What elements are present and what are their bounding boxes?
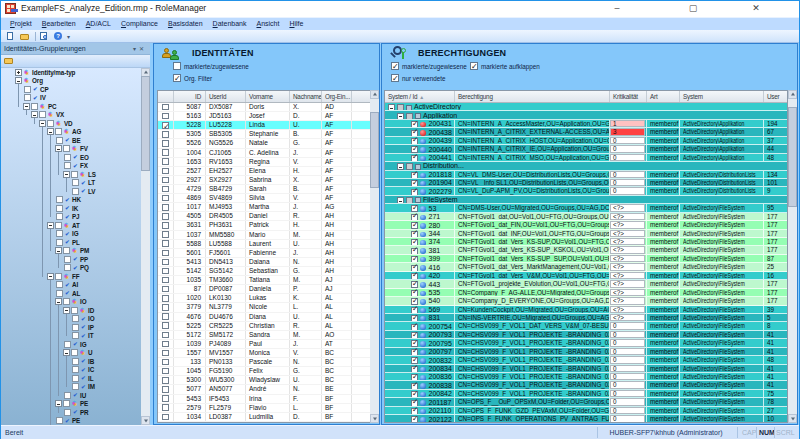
row-checkbox[interactable] bbox=[411, 315, 418, 321]
checkbox-marked-box[interactable] bbox=[173, 62, 181, 70]
permission-row-200795[interactable]: 200795CN=CHSV099_F_VOL1_PROJEKTE_-BRANDI… bbox=[385, 339, 787, 347]
identity-row-5228[interactable]: 5228LU5228LindaU.AF bbox=[158, 121, 370, 130]
tree-checkbox[interactable] bbox=[24, 94, 31, 101]
tree-checkbox[interactable] bbox=[72, 332, 79, 339]
tree-node-ff-24[interactable]: ✱FF bbox=[1, 272, 141, 281]
permission-row-200834[interactable]: 200834CN=CHSV099_F_VOL1_PROJEKTE_-BRANDI… bbox=[385, 365, 787, 373]
row-checkbox[interactable] bbox=[162, 277, 169, 284]
group-expander[interactable] bbox=[397, 113, 404, 119]
identity-row-1039[interactable]: 1039PJ4089PaulJ.AT bbox=[158, 340, 370, 349]
menu-item-projekt[interactable]: Projekt bbox=[5, 19, 37, 29]
tree-checkbox[interactable] bbox=[64, 162, 71, 169]
row-checkbox[interactable] bbox=[162, 177, 169, 184]
row-checkbox[interactable] bbox=[162, 341, 169, 348]
tree-checkbox[interactable] bbox=[64, 264, 71, 271]
identity-row-5142[interactable]: 5142SG5142SebastianG.AH bbox=[158, 267, 370, 276]
tree-node-fv-9[interactable]: ✱FV bbox=[1, 145, 141, 154]
row-checkbox[interactable] bbox=[411, 146, 418, 152]
tree-node-id-28[interactable]: ✱ID bbox=[1, 306, 141, 315]
row-checkbox[interactable] bbox=[162, 414, 169, 421]
perm-checkbox-used-box[interactable] bbox=[391, 74, 399, 82]
permission-row-200793[interactable]: 200793CN=CHSV099_F_VOL1_PROJEKTE_-BRANDI… bbox=[385, 331, 787, 339]
permission-row-280[interactable]: 280CN=FTGvol1_dat_FIN,OU=Vol1,OU=FTG,OU=… bbox=[385, 221, 787, 229]
tree-checkbox[interactable] bbox=[56, 239, 63, 246]
menu-item-bearbeiten[interactable]: Bearbeiten bbox=[37, 19, 81, 29]
tree-node-il-36[interactable]: ✔IL bbox=[1, 374, 141, 383]
tree-expander[interactable] bbox=[63, 171, 70, 178]
toolbar-overflow-arrow[interactable]: ▾ bbox=[67, 33, 70, 40]
row-checkbox[interactable] bbox=[411, 298, 418, 304]
identity-row-5087[interactable]: 5087DX5087DorisX.AD bbox=[158, 103, 370, 112]
close-button[interactable]: ✕ bbox=[746, 2, 766, 15]
row-checkbox[interactable] bbox=[411, 273, 418, 279]
tree-scroll-thumb[interactable] bbox=[141, 76, 150, 171]
identity-row-1557[interactable]: 1557MV1557MonicaV.BC bbox=[158, 349, 370, 358]
identity-row-87[interactable]: 87DP0087DanielaP.AJ bbox=[158, 285, 370, 294]
permission-row-201904[interactable]: 201904CN=VL_ Info SL1,OU=DistributionLis… bbox=[385, 179, 787, 187]
perm-checkbox-expand-box[interactable] bbox=[470, 62, 478, 70]
tree-node-hk-15[interactable]: ✔HK bbox=[1, 196, 141, 205]
row-checkbox[interactable] bbox=[162, 386, 169, 393]
identity-row-5077[interactable]: 5077AN5077AndréN.BE bbox=[158, 385, 370, 394]
permission-group-distribution[interactable]: Distribution... bbox=[385, 162, 787, 170]
permission-row-271[interactable]: 271CN=FTGvol1_dat,OU=Vol1,OU=FTG,OU=Grou… bbox=[385, 213, 787, 221]
tree-checkbox[interactable] bbox=[72, 358, 79, 365]
row-checkbox[interactable] bbox=[411, 205, 418, 211]
tree-checkbox[interactable] bbox=[56, 417, 63, 424]
permissions-col-art[interactable]: Art bbox=[647, 91, 680, 102]
tree-node-pr-40[interactable]: ✔PR bbox=[1, 408, 141, 417]
identities-col-id[interactable]: ID bbox=[174, 91, 206, 102]
identity-row-5225[interactable]: 5225CR5225ChristianR.AL bbox=[158, 322, 370, 331]
row-checkbox[interactable] bbox=[411, 307, 418, 313]
tree-node-im-37[interactable]: ✔IM bbox=[1, 383, 141, 392]
menu-item-basisdaten[interactable]: Basisdaten bbox=[163, 19, 208, 29]
row-checkbox[interactable] bbox=[411, 374, 418, 380]
tree-node-lt-13[interactable]: ✔LT bbox=[1, 179, 141, 188]
tree-checkbox[interactable] bbox=[72, 315, 79, 322]
tree-checkbox[interactable] bbox=[56, 213, 63, 220]
tree-expander[interactable] bbox=[55, 298, 62, 305]
row-checkbox[interactable] bbox=[162, 350, 169, 357]
tree-node-ik-16[interactable]: ✔IK bbox=[1, 204, 141, 213]
identity-row-5413[interactable]: 5413DN5413DaianaN.AH bbox=[158, 258, 370, 267]
row-checkbox[interactable] bbox=[162, 313, 169, 320]
permission-row-202110[interactable]: 202110CN=OPS_F_FUNK_GZD_PEVAxM,OU=Folder… bbox=[385, 407, 787, 415]
tree-node-ls-12[interactable]: ✱LS bbox=[1, 170, 141, 179]
tree-node-al-26[interactable]: ✔AL bbox=[1, 289, 141, 298]
tree-node-pp-22[interactable]: ✔PP bbox=[1, 255, 141, 264]
tree-node-pq-23[interactable]: ✔PQ bbox=[1, 264, 141, 273]
row-checkbox[interactable] bbox=[162, 149, 169, 156]
identities-scroll-up[interactable] bbox=[370, 90, 379, 99]
tree-node-pc-4[interactable]: ✱PC bbox=[1, 102, 141, 111]
row-checkbox[interactable] bbox=[411, 138, 418, 144]
row-checkbox[interactable] bbox=[162, 268, 169, 275]
tree-checkbox[interactable] bbox=[56, 290, 63, 297]
tree-checkbox[interactable] bbox=[63, 145, 70, 152]
permission-row-535[interactable]: 535CN=Company_F_AG-ALLE,OU=Migrated,OU=G… bbox=[385, 289, 787, 297]
row-checkbox[interactable] bbox=[162, 122, 169, 129]
row-checkbox[interactable] bbox=[411, 180, 418, 186]
tree-node-pm-21[interactable]: ✱PM bbox=[1, 247, 141, 256]
row-checkbox[interactable] bbox=[162, 168, 169, 175]
row-checkbox[interactable] bbox=[411, 222, 418, 228]
row-checkbox[interactable] bbox=[411, 130, 418, 136]
group-checkbox[interactable] bbox=[397, 104, 404, 110]
row-checkbox[interactable] bbox=[411, 324, 418, 330]
row-checkbox[interactable] bbox=[411, 408, 418, 414]
tree-expander[interactable] bbox=[47, 222, 54, 229]
tree-expander[interactable] bbox=[55, 400, 62, 407]
permissions-checkbox-marked[interactable]: markierte/zugewiesene bbox=[391, 62, 467, 70]
group-expander[interactable] bbox=[397, 197, 404, 203]
permission-group-applikation[interactable]: Applikation bbox=[385, 111, 787, 119]
row-checkbox[interactable] bbox=[411, 172, 418, 178]
tree-node-ag-7[interactable]: ✱AG bbox=[1, 128, 141, 137]
tree-checkbox[interactable] bbox=[64, 341, 71, 348]
row-checkbox[interactable] bbox=[411, 383, 418, 389]
row-checkbox[interactable] bbox=[162, 359, 169, 366]
tree-expander[interactable] bbox=[47, 273, 54, 280]
row-checkbox[interactable] bbox=[162, 304, 169, 311]
menu-item-datenbank[interactable]: Datenbank bbox=[208, 19, 252, 29]
permissions-scroll-thumb[interactable] bbox=[788, 107, 797, 207]
tree-checkbox[interactable] bbox=[71, 307, 78, 314]
row-checkbox[interactable] bbox=[162, 240, 169, 247]
